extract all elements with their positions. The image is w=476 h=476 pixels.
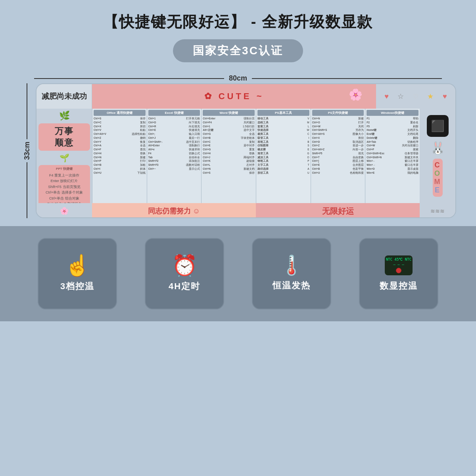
thermometer-icon: 🌡️: [280, 256, 303, 275]
feature-label-1: 4H定时: [169, 280, 200, 292]
feature-label-0: 3档控温: [60, 280, 94, 292]
display-power-btn[interactable]: [396, 268, 401, 273]
top-section: 【快捷键无限好运】 - 全新升级数显款 国家安全3C认证: [0, 0, 476, 66]
height-dimension: 33cm: [20, 83, 34, 218]
product-area: 80cm 33cm 减肥尚未成功 ✿ CUTE ~ 🌸 ♥ ☆ ♡: [20, 74, 456, 218]
touch-icon: ☝: [65, 255, 90, 276]
pad-bottom-right: ≋≋≋: [420, 203, 455, 218]
pad-main-content: 🌿 万事 顺意 🌱 PPT 快捷键 F4 重复上一次操作 Enter 放映幻灯片…: [36, 109, 455, 203]
shortcut-grid: Office 通用快捷键 Ctrl+S保存 Ctrl+C复制 Ctrl+X剪切 …: [92, 109, 420, 203]
pad-bottom-banner: 🌸 同志仍需努力 ☺ 无限好运 ≋≋≋: [36, 203, 455, 218]
office-header: Office 通用快捷键: [94, 110, 146, 116]
pad-bottom-left: 🌸: [36, 203, 92, 218]
pad-right-side: ⬛ 🐰 C O M E: [420, 109, 455, 203]
feature-label-2: 恒温发热: [273, 280, 311, 292]
side-badge: 万事 顺意: [38, 123, 90, 151]
pad-left-side: 🌿 万事 顺意 🌱 PPT 快捷键 F4 重复上一次操作 Enter 放映幻灯片…: [36, 109, 92, 203]
ps-file-col: PS文件快捷键 Ctrl+N新建 Ctrl+O打开 Ctrl+W关闭 Ctrl+…: [311, 109, 365, 203]
display-temp: NTC 45℃ NTC: [386, 257, 411, 262]
excel-col: Excel 快捷键 Ctrl+1打开单元格 Ctrl+D向下填充 Ctrl+R向…: [147, 109, 202, 203]
pad-slogan-right: 无限好运: [256, 203, 420, 218]
windows-header: Windows快捷键: [367, 110, 418, 116]
windows-col: Windows快捷键 F1帮助 F2重命名 F5刷新 Home键文档开头 End…: [365, 109, 420, 203]
ps-tools-header: PS基本工具: [257, 110, 309, 116]
display-screen: NTC 45℃ NTC — — —: [385, 255, 413, 275]
cute-label: ✿ CUTE ~: [204, 91, 264, 102]
feature-timer: ⏰ 4H定时: [145, 238, 224, 309]
pad-center-banner: ✿ CUTE ~ 🌸: [92, 84, 376, 109]
excel-header: Excel 快捷键: [148, 110, 200, 116]
word-col: Word 快捷键 Ctrl+Enter强制分页 Ctrl+F4关闭窗口 Ctrl…: [202, 109, 256, 203]
feature-display-control: NTC 45℃ NTC — — — 数显控温: [359, 238, 438, 309]
feature-temp-control: ☝ 3档控温: [38, 238, 117, 309]
width-label: 80cm: [224, 74, 252, 83]
main-title: 【快捷键无限好运】 - 全新升级数显款: [8, 12, 468, 32]
pad-wrapper: 33cm 减肥尚未成功 ✿ CUTE ~ 🌸 ♥ ☆ ♡ ★ ♥: [20, 83, 456, 218]
cert-badge: 国家安全3C认证: [173, 39, 303, 62]
ps-file-header: PS文件快捷键: [312, 110, 364, 116]
power-button: ⬛: [427, 115, 449, 137]
word-header: Word 快捷键: [203, 110, 255, 116]
display-status: — — —: [393, 263, 404, 267]
office-col: Office 通用快捷键 Ctrl+S保存 Ctrl+C复制 Ctrl+X剪切 …: [92, 109, 147, 203]
pad-right-icons: ♥ ☆ ♡ ★ ♥: [376, 84, 455, 109]
mousepad: 减肥尚未成功 ✿ CUTE ~ 🌸 ♥ ☆ ♡ ★ ♥ 🌿: [36, 83, 456, 218]
features-section: ☝ 3档控温 ⏰ 4H定时 🌡️ 恒温发热 NTC 45℃ NTC — — — …: [0, 226, 476, 321]
pad-slogan-left: 同志仍需努力 ☺: [92, 203, 256, 218]
ps-tools-col: PS基本工具 移动工具V 选框工具M 套索工具L 快速选择W 裁剪工具C 吸管工…: [256, 109, 311, 203]
height-label: 33cm: [23, 139, 31, 162]
clock-icon: ⏰: [172, 255, 198, 276]
pad-top-banner: 减肥尚未成功 ✿ CUTE ~ 🌸 ♥ ☆ ♡ ★ ♥: [36, 84, 455, 109]
feature-label-3: 数显控温: [380, 280, 418, 292]
pad-left-title: 减肥尚未成功: [36, 84, 92, 109]
feature-constant-temp: 🌡️ 恒温发热: [252, 238, 331, 309]
